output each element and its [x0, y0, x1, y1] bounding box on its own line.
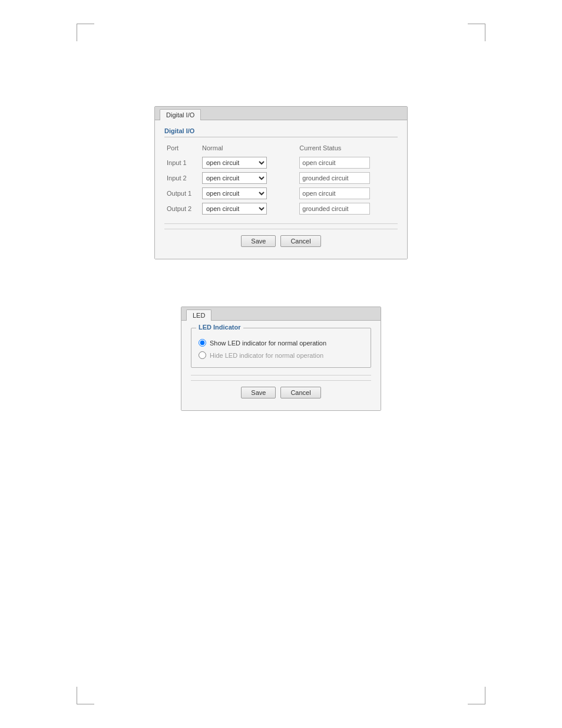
table-row: Output 2open circuitgrounded circuit	[164, 201, 398, 216]
status-input	[299, 203, 370, 215]
status-input	[299, 187, 370, 199]
port-label: Output 1	[164, 186, 200, 201]
normal-select-cell: open circuitgrounded circuit	[200, 201, 292, 216]
normal-select[interactable]: open circuitgrounded circuit	[202, 172, 267, 184]
table-row: Input 2open circuitgrounded circuit	[164, 170, 398, 186]
led-radio-option: Hide LED indicator for normal operation	[199, 351, 363, 359]
led-button-row: Save Cancel	[191, 380, 371, 401]
led-section-title: LED Indicator	[196, 324, 243, 331]
io-table: Port Normal Current Status Input 1open c…	[164, 143, 398, 216]
led-options-container: Show LED indicator for normal operationH…	[199, 339, 363, 359]
spacer-cell	[292, 201, 297, 216]
led-panel: LED LED Indicator Show LED indicator for…	[181, 307, 381, 411]
corner-mark-bottom-right	[468, 687, 485, 704]
corner-mark-top-left	[77, 24, 94, 41]
led-radio-input[interactable]	[199, 351, 206, 359]
digital-io-tab-bar: Digital I/O	[155, 107, 407, 120]
spacer-cell	[292, 170, 297, 186]
digital-io-cancel-button[interactable]: Cancel	[280, 235, 320, 247]
table-row: Input 1open circuitgrounded circuit	[164, 155, 398, 170]
port-label: Output 2	[164, 201, 200, 216]
led-radio-option: Show LED indicator for normal operation	[199, 339, 363, 347]
led-radio-input[interactable]	[199, 339, 206, 347]
normal-select[interactable]: open circuitgrounded circuit	[202, 187, 267, 199]
status-input	[299, 172, 370, 184]
digital-io-save-button[interactable]: Save	[241, 235, 276, 247]
led-radio-label: Hide LED indicator for normal operation	[210, 352, 323, 359]
content-area: Digital I/O Digital I/O Port Normal Curr…	[0, 0, 562, 411]
led-tab-bar: LED	[181, 307, 381, 321]
digital-io-panel: Digital I/O Digital I/O Port Normal Curr…	[154, 106, 408, 259]
normal-select-cell: open circuitgrounded circuit	[200, 170, 292, 186]
status-input	[299, 157, 370, 169]
corner-mark-bottom-left	[77, 687, 94, 704]
led-save-button[interactable]: Save	[241, 387, 276, 398]
status-cell	[297, 155, 398, 170]
spacer-cell	[292, 155, 297, 170]
col-normal: Normal	[200, 143, 297, 155]
col-current-status: Current Status	[297, 143, 398, 155]
digital-io-section-title: Digital I/O	[164, 127, 398, 137]
table-row: Output 1open circuitgrounded circuit	[164, 186, 398, 201]
led-cancel-button[interactable]: Cancel	[280, 387, 320, 398]
normal-select-cell: open circuitgrounded circuit	[200, 155, 292, 170]
digital-io-button-row: Save Cancel	[164, 229, 398, 249]
port-label: Input 2	[164, 170, 200, 186]
status-cell	[297, 186, 398, 201]
led-tab[interactable]: LED	[186, 309, 211, 321]
spacer-cell	[292, 186, 297, 201]
normal-select-cell: open circuitgrounded circuit	[200, 186, 292, 201]
digital-io-panel-body: Digital I/O Port Normal Current Status I…	[155, 120, 407, 259]
status-cell	[297, 170, 398, 186]
corner-mark-top-right	[468, 24, 485, 41]
led-panel-divider	[191, 375, 371, 375]
led-radio-label: Show LED indicator for normal operation	[210, 340, 326, 347]
normal-select[interactable]: open circuitgrounded circuit	[202, 203, 267, 215]
col-port: Port	[164, 143, 200, 155]
status-cell	[297, 201, 398, 216]
panel-divider	[164, 223, 398, 224]
normal-select[interactable]: open circuitgrounded circuit	[202, 157, 267, 169]
digital-io-tab[interactable]: Digital I/O	[160, 109, 201, 120]
led-indicator-section: LED Indicator Show LED indicator for nor…	[191, 328, 371, 368]
led-panel-body: LED Indicator Show LED indicator for nor…	[181, 321, 381, 410]
port-label: Input 1	[164, 155, 200, 170]
